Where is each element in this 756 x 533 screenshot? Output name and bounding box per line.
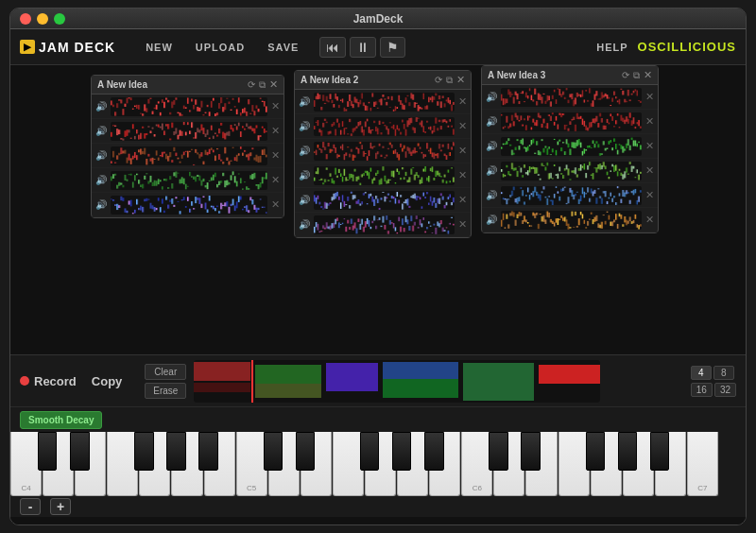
speaker-icon: 🔊	[486, 92, 497, 102]
black-key[interactable]	[360, 432, 379, 471]
track-viz[interactable]	[111, 122, 267, 141]
maximize-button[interactable]	[54, 13, 65, 25]
black-key[interactable]	[618, 432, 637, 471]
black-key[interactable]	[489, 432, 507, 471]
minimize-button[interactable]	[37, 13, 48, 25]
traffic-lights	[20, 13, 65, 25]
track-close-icon[interactable]: ✕	[458, 169, 467, 181]
clear-button[interactable]: Clear	[145, 364, 186, 380]
track-close-icon[interactable]: ✕	[271, 149, 280, 162]
track-close-icon[interactable]: ✕	[458, 120, 467, 132]
track-viz[interactable]	[314, 215, 455, 234]
track-close-icon[interactable]: ✕	[458, 218, 467, 231]
measure-8-button[interactable]: 8	[713, 366, 734, 380]
speaker-icon: 🔊	[486, 141, 497, 151]
track-viz[interactable]	[314, 142, 455, 161]
black-key[interactable]	[166, 432, 185, 471]
timeline-tracks[interactable]	[194, 360, 679, 403]
card-2-close-icon[interactable]: ✕	[456, 74, 465, 86]
track-close-icon[interactable]: ✕	[271, 198, 280, 211]
save-button[interactable]: SAVE	[256, 38, 310, 57]
track-close-icon[interactable]: ✕	[458, 194, 467, 206]
track-close-icon[interactable]: ✕	[645, 140, 654, 152]
card-2-copy-icon[interactable]: ⧉	[446, 75, 453, 86]
track-viz[interactable]	[314, 166, 455, 185]
pause-button[interactable]: ⏸	[350, 37, 376, 58]
card-3-copy-icon[interactable]: ⧉	[633, 70, 640, 81]
black-key[interactable]	[650, 432, 669, 471]
white-key[interactable]: C5	[236, 432, 267, 496]
track-viz[interactable]	[111, 196, 267, 215]
black-key[interactable]	[424, 432, 443, 471]
track-close-icon[interactable]: ✕	[458, 145, 467, 157]
alert-button[interactable]: ⚑	[380, 37, 405, 58]
card-1-loop-icon[interactable]: ⟳	[248, 79, 255, 90]
card-1-close-icon[interactable]: ✕	[269, 78, 278, 91]
card-2: A New Idea 2 ⟳ ⧉ ✕ 🔊 ✕ 🔊	[294, 70, 472, 238]
speaker-icon: 🔊	[95, 175, 107, 185]
track-close-icon[interactable]: ✕	[271, 100, 280, 112]
track-viz[interactable]	[314, 191, 455, 210]
new-button[interactable]: NEW	[134, 38, 184, 57]
track-close-icon[interactable]: ✕	[645, 214, 654, 226]
track-viz[interactable]	[501, 88, 642, 107]
track-close-icon[interactable]: ✕	[645, 91, 654, 103]
piano-plus-button[interactable]: +	[50, 498, 71, 515]
smooth-decay-button[interactable]: Smooth Decay	[20, 411, 102, 429]
track-viz[interactable]	[314, 93, 455, 112]
track-close-icon[interactable]: ✕	[645, 189, 654, 201]
card-3-loop-icon[interactable]: ⟳	[622, 70, 629, 80]
card-3-close-icon[interactable]: ✕	[644, 69, 652, 81]
card-1-copy-icon[interactable]: ⧉	[259, 79, 266, 91]
track-viz[interactable]	[501, 211, 642, 230]
black-key[interactable]	[198, 432, 217, 471]
black-key[interactable]	[134, 432, 153, 471]
piano-keyboard[interactable]: C4C5C6C7	[10, 432, 719, 496]
card-3-title: A New Idea 3	[488, 70, 545, 80]
black-key[interactable]	[521, 432, 540, 471]
rewind-button[interactable]: ⏮	[319, 37, 346, 58]
nav-right: HELP OSCILLICIOUS	[596, 40, 736, 54]
record-dot-icon	[20, 376, 29, 386]
white-key[interactable]	[558, 432, 590, 496]
track-viz[interactable]	[314, 117, 455, 136]
track-viz[interactable]	[501, 186, 642, 205]
black-key[interactable]	[586, 432, 605, 471]
measure-4-button[interactable]: 4	[691, 366, 712, 380]
track-close-icon[interactable]: ✕	[645, 115, 654, 128]
track-viz[interactable]	[501, 137, 642, 156]
track-viz[interactable]	[111, 171, 267, 190]
help-button[interactable]: HELP	[596, 42, 627, 53]
speaker-icon: 🔊	[486, 116, 497, 127]
card-2-loop-icon[interactable]: ⟳	[435, 75, 442, 85]
track-close-icon[interactable]: ✕	[458, 95, 467, 108]
close-button[interactable]	[20, 13, 31, 25]
erase-button[interactable]: Erase	[145, 383, 186, 399]
track-row: 🔊 ✕	[482, 159, 658, 183]
black-key[interactable]	[70, 432, 89, 471]
track-close-icon[interactable]: ✕	[271, 125, 280, 137]
upload-button[interactable]: UPLOAD	[184, 38, 256, 57]
track-close-icon[interactable]: ✕	[271, 174, 280, 186]
black-key[interactable]	[296, 432, 315, 471]
track-row: 🔊 ✕	[295, 139, 471, 163]
piano-minus-button[interactable]: -	[20, 498, 41, 515]
black-key[interactable]	[392, 432, 411, 471]
track-viz[interactable]	[111, 146, 267, 165]
measure-16-button[interactable]: 16	[691, 383, 713, 397]
record-button[interactable]: Record	[20, 374, 77, 388]
track-viz[interactable]	[501, 112, 642, 131]
measure-32-button[interactable]: 32	[714, 383, 736, 397]
measure-numbers: 4 8 16 32	[691, 366, 736, 397]
measure-row-bottom: 16 32	[691, 383, 736, 397]
black-key[interactable]	[264, 432, 283, 471]
track-close-icon[interactable]: ✕	[645, 164, 654, 177]
track-viz[interactable]	[111, 97, 267, 116]
key-label: C5	[247, 484, 256, 492]
speaker-icon: 🔊	[95, 101, 107, 112]
track-viz[interactable]	[501, 162, 642, 181]
copy-button[interactable]: Copy	[84, 370, 130, 392]
main-area: A New Idea ⟳ ⧉ ✕ 🔊 ✕ 🔊	[10, 65, 746, 524]
white-key[interactable]: C7	[687, 432, 718, 496]
black-key[interactable]	[38, 432, 57, 471]
